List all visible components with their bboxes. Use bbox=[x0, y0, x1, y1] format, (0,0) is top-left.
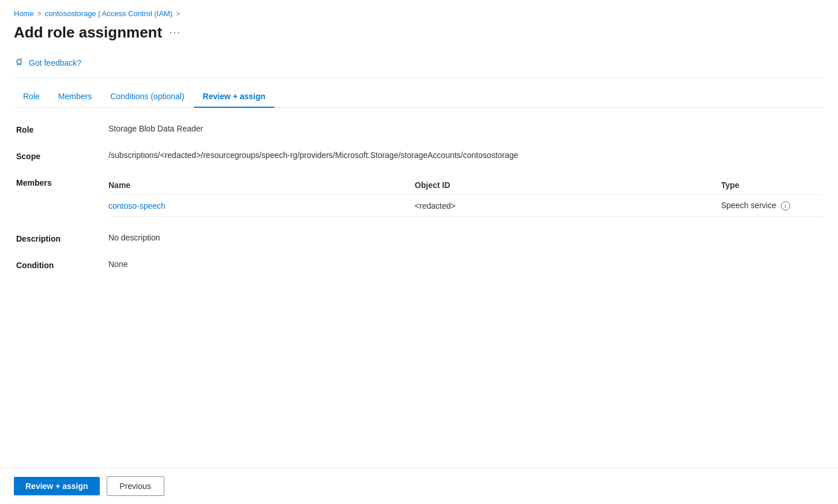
breadcrumb-sep-2: > bbox=[176, 10, 180, 18]
members-field-row: Members Name Object ID Type cont bbox=[16, 177, 822, 217]
breadcrumb-home[interactable]: Home bbox=[14, 9, 34, 18]
breadcrumb-sep-1: > bbox=[37, 10, 42, 18]
tab-conditions[interactable]: Conditions (optional) bbox=[101, 87, 193, 108]
breadcrumb-iam[interactable]: contosostorage | Access Control (IAM) bbox=[45, 9, 173, 18]
members-table: Name Object ID Type contoso-speech <reda… bbox=[108, 177, 822, 217]
tab-members[interactable]: Members bbox=[49, 87, 101, 108]
content-area: Role Storage Blob Data Reader Scope /sub… bbox=[14, 124, 824, 270]
divider bbox=[14, 77, 824, 78]
member-type: Speech service i bbox=[721, 195, 822, 217]
role-value: Storage Blob Data Reader bbox=[108, 124, 203, 133]
page-title: Add role assignment bbox=[14, 24, 162, 42]
members-label: Members bbox=[16, 177, 108, 187]
table-row: contoso-speech <redacted> Speech service… bbox=[108, 195, 822, 217]
description-field-row: Description No description bbox=[16, 233, 822, 243]
feedback-label: Got feedback? bbox=[29, 58, 81, 67]
member-name: contoso-speech bbox=[108, 195, 415, 217]
more-options-button[interactable]: ··· bbox=[169, 27, 181, 39]
scope-field-row: Scope /subscriptions/<redacted>/resource… bbox=[16, 151, 822, 161]
tab-role[interactable]: Role bbox=[14, 87, 49, 108]
role-field-row: Role Storage Blob Data Reader bbox=[16, 124, 822, 134]
role-label: Role bbox=[16, 124, 108, 134]
condition-label: Condition bbox=[16, 259, 108, 270]
feedback-row[interactable]: Got feedback? bbox=[14, 53, 824, 73]
feedback-icon bbox=[14, 58, 24, 68]
col-header-objectid: Object ID bbox=[415, 177, 721, 195]
col-header-name: Name bbox=[108, 177, 415, 195]
description-value: No description bbox=[108, 233, 160, 242]
svg-point-0 bbox=[17, 59, 21, 64]
condition-field-row: Condition None bbox=[16, 259, 822, 270]
description-label: Description bbox=[16, 233, 108, 243]
scope-value: /subscriptions/<redacted>/resourcegroups… bbox=[108, 151, 518, 160]
member-objectid: <redacted> bbox=[415, 195, 721, 217]
speech-service-info-icon[interactable]: i bbox=[781, 201, 790, 210]
members-table-container: Name Object ID Type contoso-speech <reda… bbox=[108, 177, 822, 217]
scope-label: Scope bbox=[16, 151, 108, 161]
tabs-bar: Role Members Conditions (optional) Revie… bbox=[14, 87, 824, 108]
tab-review-assign[interactable]: Review + assign bbox=[194, 87, 275, 108]
condition-value: None bbox=[108, 259, 127, 269]
breadcrumb: Home > contosostorage | Access Control (… bbox=[14, 9, 824, 18]
col-header-type: Type bbox=[721, 177, 822, 195]
